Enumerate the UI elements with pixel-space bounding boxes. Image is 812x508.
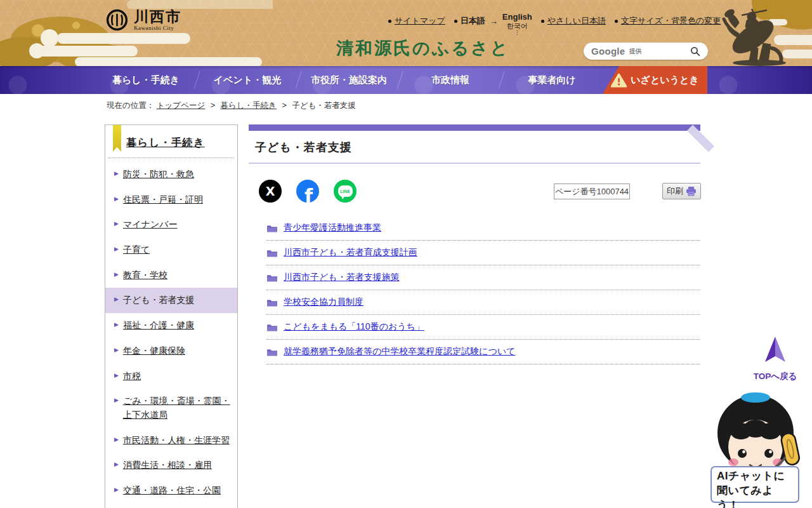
folder-icon (266, 298, 278, 307)
city-name: 川西市 (134, 9, 181, 25)
chevron-right-icon: ▶ (114, 434, 119, 448)
sidebar-item-kosodate[interactable]: ▶子育て (105, 237, 237, 263)
folder-icon (266, 224, 278, 232)
city-name-en: Kawanishi City (134, 25, 181, 31)
content-link-list: 青少年愛護活動推進事業 川西市子ども・若者育成支援計画 川西市子ども・若者支援施… (266, 216, 700, 364)
chevron-right-icon: ▶ (114, 458, 119, 472)
chevron-right-icon: ▶ (114, 193, 119, 207)
chevron-right-icon: ▶ (114, 218, 119, 232)
chat-bubble[interactable]: AIチャットに 聞いてみよう！ (710, 466, 799, 503)
content-link[interactable]: こどもをまもる「110番のおうち」 (284, 321, 424, 333)
utility-links: サイトマップ 日本語 → English 한국어 ⋮ やさしい日本語 文字サイズ… (388, 10, 705, 32)
divider (249, 163, 700, 164)
list-item: 川西市子ども・若者育成支援計画 (266, 241, 700, 265)
arrow-right-icon: → (490, 17, 498, 26)
global-nav: 暮らし・手続き イベント・観光 市役所・施設案内 市政情報 事業者向け いざとい… (0, 66, 812, 94)
bookmark-ribbon-icon (113, 125, 121, 152)
chevron-right-icon: ▶ (114, 293, 119, 307)
samurai-statue-image (714, 0, 812, 69)
list-item: 川西市子ども・若者支援施策 (266, 265, 700, 290)
nav-kurashi[interactable]: 暮らし・手続き (95, 66, 197, 94)
nav-emergency[interactable]: いざというとき (603, 66, 707, 94)
content-link[interactable]: 青少年愛護活動推進事業 (284, 222, 381, 234)
breadcrumb: 現在の位置： トップページ > 暮らし・手続き > 子ども・若者支援 (107, 100, 356, 111)
folder-icon (266, 347, 278, 356)
sidebar-item-juminhyo[interactable]: ▶住民票・戸籍・証明 (105, 187, 237, 213)
page-title: 子ども・若者支援 (255, 140, 352, 155)
nav-jigyosha[interactable]: 事業者向け (501, 66, 603, 94)
city-crest-icon (105, 8, 129, 32)
arrow-up-icon (763, 335, 788, 364)
list-item: 学校安全協力員制度 (266, 290, 700, 315)
print-button[interactable]: 印刷 (662, 183, 701, 199)
chevron-right-icon: ▶ (114, 344, 119, 358)
sidebar-item-kyoiku[interactable]: ▶教育・学校 (105, 263, 237, 288)
list-item: 就学義務猶予免除者等の中学校卒業程度認定試験について (266, 340, 700, 364)
accent-ribbon (687, 124, 714, 152)
printer-icon (686, 186, 697, 196)
sidebar-item-goiken[interactable]: ▶ご意見・お問い合わせ (105, 504, 237, 508)
site-logo[interactable]: 川西市 Kawanishi City (105, 8, 181, 32)
sidebar-item-fukushi[interactable]: ▶福祉・介護・健康 (105, 313, 237, 338)
page: 川西市 Kawanishi City サイトマップ 日本語 → English … (0, 0, 812, 508)
sidebar-item-kodomo-wakamono[interactable]: ▶子ども・若者支援 (105, 288, 237, 313)
content-link[interactable]: 学校安全協力員制度 (284, 297, 363, 308)
breadcrumb-section[interactable]: 暮らし・手続き (221, 101, 277, 110)
search-icon[interactable] (690, 46, 700, 57)
sidebar-kurashi-menu: 暮らし・手続き ▶防災・防犯・救急 ▶住民票・戸籍・証明 ▶マイナンバー ▶子育… (105, 124, 238, 508)
folder-icon (266, 273, 278, 282)
sidebar-item-mynumber[interactable]: ▶マイナンバー (105, 212, 237, 237)
line-share-icon[interactable]: LINE (334, 180, 357, 203)
chevron-right-icon: ▶ (114, 394, 119, 422)
bullet (388, 20, 391, 23)
chevron-right-icon: ▶ (114, 484, 119, 498)
folder-icon (266, 248, 278, 257)
content-link[interactable]: 川西市子ども・若者育成支援計画 (284, 247, 417, 258)
sidebar-item-shizei[interactable]: ▶市税 (105, 364, 237, 389)
sidebar-item-gomi[interactable]: ▶ごみ・環境・斎場・霊園・上下水道局 (105, 389, 237, 427)
chevron-right-icon: ▶ (114, 243, 119, 257)
breadcrumb-current: 子ども・若者支援 (292, 101, 356, 110)
x-share-icon[interactable]: X (259, 180, 282, 203)
folder-icon (266, 323, 278, 331)
link-sitemap[interactable]: サイトマップ (388, 15, 445, 27)
nav-shisei-joho[interactable]: 市政情報 (400, 66, 501, 94)
chevron-right-icon: ▶ (114, 370, 119, 384)
breadcrumb-home[interactable]: トップページ (157, 101, 205, 110)
bullet (541, 20, 544, 23)
sidebar-item-nenkin[interactable]: ▶年金・健康保険 (105, 338, 237, 364)
link-text-size-background[interactable]: 文字サイズ・背景色の変更 (615, 15, 721, 27)
more-languages-icon: ⋮ (514, 30, 520, 35)
list-item: 青少年愛護活動推進事業 (266, 216, 700, 241)
site-header: 川西市 Kawanishi City サイトマップ 日本語 → English … (0, 0, 812, 66)
sidebar-item-shimin-katsudo[interactable]: ▶市民活動・人権・生涯学習 (105, 428, 237, 453)
chevron-right-icon: ▶ (114, 168, 119, 182)
nav-event-kanko[interactable]: イベント・観光 (197, 66, 298, 94)
site-tagline: 清和源氏のふるさと (336, 37, 509, 60)
bullet (615, 20, 618, 23)
sidebar-title-link[interactable]: 暮らし・手続き (126, 136, 230, 150)
search-input[interactable]: Google 提供 (584, 43, 708, 60)
language-switcher[interactable]: 日本語 → English 한국어 ⋮ (454, 10, 532, 32)
content-link[interactable]: 就学義務猶予免除者等の中学校卒業程度認定試験について (284, 346, 516, 358)
list-item: こどもをまもる「110番のおうち」 (266, 315, 700, 340)
content-link[interactable]: 川西市子ども・若者支援施策 (284, 272, 400, 283)
link-easy-japanese[interactable]: やさしい日本語 (541, 15, 606, 27)
page-number-badge: ページ番号1000744 (554, 184, 630, 199)
facebook-share-icon[interactable]: f (296, 180, 319, 203)
warning-icon (611, 73, 627, 88)
accent-bar (249, 124, 700, 131)
share-buttons: X f LINE (259, 180, 357, 203)
chevron-right-icon: ▶ (114, 319, 119, 333)
chevron-right-icon: ▶ (114, 269, 119, 283)
ai-chat-mascot-button[interactable]: AIチャットに 聞いてみよう！ (709, 391, 802, 503)
sidebar-item-kotsu[interactable]: ▶交通・道路・住宅・公園 (105, 478, 237, 504)
back-to-top-button[interactable]: TOPへ戻る (750, 335, 801, 382)
sidebar-item-bosai[interactable]: ▶防災・防犯・救急 (105, 162, 237, 187)
sidebar-item-shohi[interactable]: ▶消費生活・相談・雇用 (105, 453, 237, 478)
bullet (454, 20, 457, 23)
nav-shiyakusho[interactable]: 市役所・施設案内 (298, 66, 400, 94)
